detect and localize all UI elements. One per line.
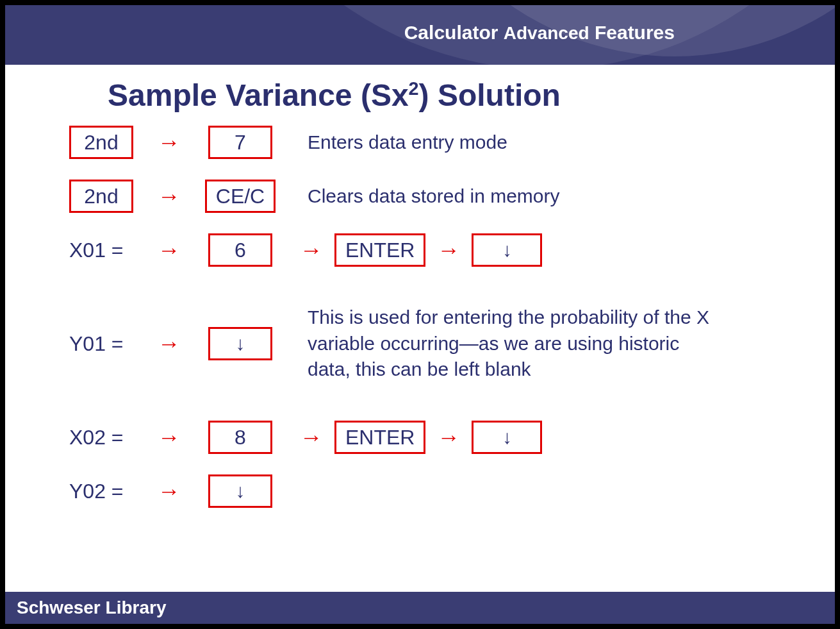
page-title: Sample Variance (Sx2) Solution: [108, 78, 796, 113]
calc-key-8: 8: [208, 421, 272, 454]
header-word: Calculator: [404, 22, 498, 43]
slide-footer: Schweser Library: [5, 592, 835, 624]
footer-text: Schweser Library: [17, 598, 166, 618]
arrow-right-icon: →: [158, 131, 181, 154]
step-description: This is used for entering the probabilit…: [308, 305, 718, 383]
slide-content: Sample Variance (Sx2) Solution 2nd → 7 E…: [5, 65, 835, 592]
arrow-right-icon: →: [437, 239, 460, 262]
title-part: Sample Variance (Sx: [108, 78, 409, 112]
step-row: Y02 = → ↓: [69, 473, 796, 509]
display-label-x02: X02 =: [69, 421, 146, 454]
slide-header: Calculator Advanced Features: [5, 5, 835, 65]
arrow-down-icon: ↓: [236, 333, 245, 355]
arrow-right-icon: →: [300, 426, 323, 449]
calc-key-cec: CE/C: [205, 180, 276, 213]
step-row: Y01 = → ↓ This is used for entering the …: [69, 286, 796, 401]
step-row: 2nd → 7 Enters data entry mode: [69, 124, 796, 160]
calc-key-7: 7: [208, 126, 272, 159]
arrow-down-icon: ↓: [236, 480, 245, 502]
calc-key-enter: ENTER: [334, 421, 425, 454]
step-row: X02 = → 8 → ENTER → ↓: [69, 419, 796, 455]
step-description: Clears data stored in memory: [308, 183, 560, 210]
step-row: X01 = → 6 → ENTER → ↓: [69, 232, 796, 268]
display-label-y02: Y02 =: [69, 474, 146, 508]
arrow-right-icon: →: [300, 239, 323, 262]
arrow-right-icon: →: [158, 239, 181, 262]
header-word: Advanced: [504, 23, 589, 43]
display-label-x01: X01 =: [69, 233, 146, 267]
calc-key-6: 6: [208, 233, 272, 267]
arrow-down-icon: ↓: [502, 426, 512, 448]
step-description: Enters data entry mode: [308, 130, 507, 156]
header-title: Calculator Advanced Features: [404, 22, 675, 44]
title-part: ) Solution: [419, 78, 561, 112]
title-superscript: 2: [409, 78, 419, 99]
arrow-right-icon: →: [158, 332, 181, 355]
calc-key-2nd: 2nd: [69, 180, 133, 213]
arrow-right-icon: →: [158, 426, 181, 449]
arrow-right-icon: →: [158, 185, 181, 208]
arrow-right-icon: →: [437, 426, 460, 449]
calc-key-enter: ENTER: [334, 233, 425, 267]
display-label-y01: Y01 =: [69, 327, 146, 360]
arrow-right-icon: →: [158, 480, 181, 503]
calc-key-down: ↓: [208, 474, 272, 508]
step-row: 2nd → CE/C Clears data stored in memory: [69, 178, 796, 214]
calc-key-2nd: 2nd: [69, 126, 133, 159]
arrow-down-icon: ↓: [502, 239, 512, 261]
slide: Calculator Advanced Features Sample Vari…: [5, 5, 835, 624]
header-word: Features: [595, 22, 675, 43]
calc-key-down: ↓: [472, 233, 542, 267]
calc-key-down: ↓: [208, 327, 272, 360]
calc-key-down: ↓: [472, 421, 542, 454]
